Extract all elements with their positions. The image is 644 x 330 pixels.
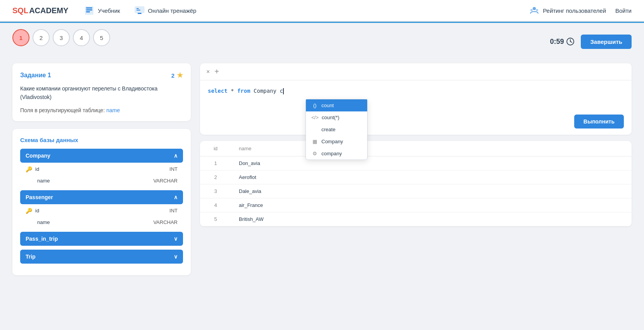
ac-icon-tool: ⚙ — [311, 151, 318, 156]
col-type-passenger-id: INT — [169, 208, 178, 214]
main-content: Задание 1 2 ★ Какие компании организуют … — [0, 54, 644, 285]
key-icon-passenger-id: 🔑 — [26, 208, 32, 214]
results-data-row: 5British_AW — [200, 212, 632, 226]
col-name-company-id: id — [35, 166, 39, 172]
svg-rect-3 — [86, 11, 90, 12]
results-cell-name: Dale_avia — [231, 184, 632, 198]
editor-tabs: × + — [200, 63, 632, 80]
results-data-row: 1Don_avia — [200, 156, 632, 170]
login-button[interactable]: Войти — [615, 7, 632, 14]
task-title: Задание 1 — [20, 72, 51, 79]
table-row: name VARCHAR — [20, 217, 183, 228]
svg-point-10 — [536, 9, 538, 11]
col-type-passenger-name: VARCHAR — [153, 219, 178, 225]
ac-label-company-table: Company — [321, 139, 343, 144]
results-cell-name: Don_avia — [231, 156, 632, 170]
cursor — [283, 88, 284, 94]
results-data-row: 2Aeroflot — [200, 170, 632, 184]
autocomplete-item-company-lower[interactable]: ⚙ company — [306, 148, 367, 160]
finish-button[interactable]: Завершить — [581, 35, 632, 49]
svg-rect-6 — [136, 8, 139, 9]
results-cell-id: 4 — [200, 198, 231, 212]
chevron-up-company: ∧ — [174, 153, 178, 159]
rating-icon — [529, 5, 540, 16]
svg-rect-5 — [138, 13, 142, 14]
col-header-name: name — [231, 141, 632, 156]
autocomplete-item-count-star[interactable]: </> count(*) — [306, 111, 367, 123]
logo-academy: ACADEMY — [29, 6, 68, 15]
top-bar: 1 2 3 4 5 0:59 Завершить — [0, 23, 644, 54]
results-table: id name 1Don_avia2Aeroflot3Dale_avia4air… — [200, 141, 632, 226]
results-data-row: 3Dale_avia — [200, 184, 632, 198]
step-tab-2[interactable]: 2 — [33, 29, 50, 46]
nav-trainer[interactable]: Онлайн тренажёр — [134, 5, 197, 16]
rating-label: Рейтинг пользователей — [543, 7, 606, 14]
editor-code: select * from Company c — [208, 87, 624, 95]
task-header: Задание 1 2 ★ — [20, 71, 183, 80]
results-cell-id: 3 — [200, 184, 231, 198]
schema-title: Схема базы данных — [20, 137, 183, 143]
kw-from: from — [237, 88, 250, 94]
nav-trainer-label: Онлайн тренажёр — [148, 7, 197, 14]
ac-icon-fn: () — [311, 102, 318, 108]
results-cell-name: British_AW — [231, 212, 632, 226]
timer-finish: 0:59 Завершить — [550, 35, 632, 49]
results-cell-name: Aeroflot — [231, 170, 632, 184]
results-data-row: 4air_France — [200, 198, 632, 212]
chevron-down-trip: ∨ — [174, 254, 178, 260]
schema-card: Схема базы данных Company ∧ 🔑 id INT — [12, 129, 191, 275]
col-type-company-id: INT — [169, 166, 178, 172]
step-tab-5[interactable]: 5 — [93, 29, 110, 46]
table-header-passenger[interactable]: Passenger ∧ — [20, 190, 183, 204]
autocomplete-item-create[interactable]: create — [306, 123, 367, 135]
editor-tab-close[interactable]: × — [206, 68, 210, 75]
autocomplete-dropdown: () count </> count(*) create ▦ Company — [306, 99, 368, 160]
table-name-pass-in-trip: Pass_in_trip — [26, 236, 58, 242]
chevron-up-passenger: ∧ — [174, 194, 178, 200]
step-tab-4[interactable]: 4 — [73, 29, 90, 46]
svg-rect-7 — [136, 10, 140, 10]
table-header-company[interactable]: Company ∧ — [20, 149, 183, 163]
step-tab-1[interactable]: 1 — [12, 29, 29, 46]
left-panel: Задание 1 2 ★ Какие компании организуют … — [12, 63, 191, 275]
results-card: id name 1Don_avia2Aeroflot3Dale_avia4air… — [200, 141, 632, 226]
autocomplete-item-company-table[interactable]: ▦ Company — [306, 135, 367, 148]
task-stars: 2 ★ — [171, 71, 183, 80]
svg-point-8 — [533, 7, 536, 10]
nav-textbook[interactable]: Учебник — [84, 5, 120, 16]
table-row: 🔑 id INT — [20, 163, 183, 175]
table-rows-passenger: 🔑 id INT name VARCHAR — [20, 205, 183, 228]
execute-button[interactable]: Выполнить — [574, 115, 624, 129]
editor-card: × + select * from Company c () count — [200, 63, 632, 135]
logo-sql: SQL — [12, 6, 28, 15]
table-header-trip[interactable]: Trip ∨ — [20, 250, 183, 264]
right-panel: × + select * from Company c () count — [200, 63, 632, 275]
logo: SQL ACADEMY — [12, 6, 68, 15]
results-header-row: id name — [200, 141, 632, 156]
col-name-passenger-id: id — [35, 208, 39, 214]
rating-link[interactable]: Рейтинг пользователей — [529, 5, 606, 16]
editor-tab-add[interactable]: + — [214, 67, 219, 76]
table-rows-company: 🔑 id INT name VARCHAR — [20, 163, 183, 186]
col-name-passenger-name: name — [37, 219, 50, 225]
task-fields: Поля в результирующей таблице: name — [20, 107, 183, 113]
autocomplete-item-count[interactable]: () count — [306, 99, 367, 111]
svg-line-13 — [570, 42, 572, 42]
table-row: 🔑 id INT — [20, 205, 183, 217]
editor-body[interactable]: select * from Company c () count </> cou… — [200, 80, 632, 135]
step-tab-3[interactable]: 3 — [53, 29, 70, 46]
clock-icon — [566, 37, 575, 46]
svg-point-9 — [530, 9, 533, 11]
col-header-id: id — [200, 141, 231, 156]
table-name-passenger: Passenger — [26, 194, 53, 200]
ac-icon-code: </> — [311, 115, 319, 120]
key-icon-company-id: 🔑 — [26, 166, 32, 172]
results-cell-name: air_France — [231, 198, 632, 212]
results-cell-id: 2 — [200, 170, 231, 184]
step-tabs: 1 2 3 4 5 — [12, 29, 110, 46]
table-name-company: Company — [26, 153, 50, 159]
ac-label-company-lower: company — [321, 151, 342, 156]
task-fields-value[interactable]: name — [106, 107, 120, 113]
table-header-pass-in-trip[interactable]: Pass_in_trip ∨ — [20, 232, 183, 246]
header: SQL ACADEMY Учебник Онлайн тренажёр Р — [0, 0, 644, 22]
